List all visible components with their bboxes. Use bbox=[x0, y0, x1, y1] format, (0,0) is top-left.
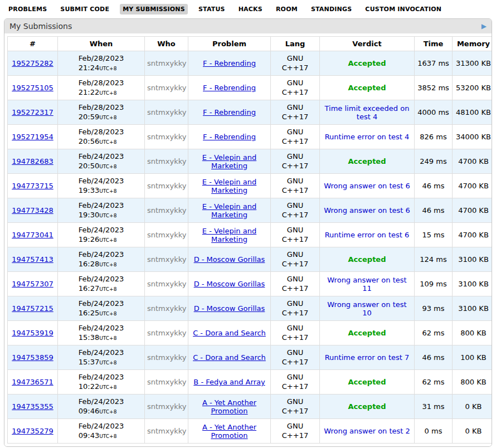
cell-time: 15 ms bbox=[415, 223, 453, 247]
cell-verdict: Accepted bbox=[320, 321, 415, 345]
problem-link[interactable]: C - Dora and Search bbox=[193, 353, 266, 362]
submission-id-link[interactable]: 194782683 bbox=[12, 157, 53, 165]
cell-who: sntmxykky bbox=[145, 419, 188, 444]
submission-id-link[interactable]: 194735279 bbox=[12, 427, 53, 435]
cell-time: 249 ms bbox=[415, 149, 453, 174]
nav-item-custom-invocation[interactable]: CUSTOM INVOCATION bbox=[362, 4, 444, 14]
submission-id-link[interactable]: 194773715 bbox=[12, 182, 53, 190]
nav-item-standings[interactable]: STANDINGS bbox=[308, 4, 354, 14]
cell-time: 3852 ms bbox=[415, 76, 453, 100]
nav-item-my-submissions[interactable]: MY SUBMISSIONS bbox=[120, 4, 188, 14]
cell-memory: 3100 KB bbox=[453, 296, 493, 321]
submission-id-link[interactable]: 195271954 bbox=[12, 133, 53, 141]
cell-when: Feb/28/202321:24UTC+8 bbox=[58, 51, 145, 76]
submission-id-link[interactable]: 194773041 bbox=[12, 231, 53, 239]
problem-link[interactable]: D - Moscow Gorillas bbox=[194, 255, 265, 264]
collapse-arrow-icon[interactable]: ▶ bbox=[482, 23, 487, 30]
when-text: Feb/24/202319:30UTC+8 bbox=[79, 201, 124, 220]
cell-time: 62 ms bbox=[415, 321, 453, 345]
problem-link[interactable]: E - Velepin and Marketing bbox=[202, 178, 256, 194]
nav-item-status[interactable]: STATUS bbox=[196, 4, 228, 14]
submission-time: 19:33UTC+8 bbox=[79, 186, 124, 195]
problem-link[interactable]: F - Rebrending bbox=[203, 108, 256, 116]
cell-time: 62 ms bbox=[415, 370, 453, 395]
when-text: Feb/28/202321:22UTC+8 bbox=[79, 79, 124, 97]
cell-memory: 4700 KB bbox=[453, 174, 493, 198]
cell-lang: GNU C++17 bbox=[271, 125, 320, 149]
cell-lang: GNU C++17 bbox=[271, 370, 320, 395]
submission-date: Feb/24/2023 bbox=[79, 177, 124, 186]
cell-submission-id: 194757215 bbox=[8, 296, 58, 321]
problem-link[interactable]: C - Dora and Search bbox=[193, 329, 266, 337]
submission-id-link[interactable]: 195275105 bbox=[12, 84, 53, 92]
cell-verdict: Wrong answer on test 11 bbox=[320, 272, 415, 296]
submission-id-link[interactable]: 194753919 bbox=[12, 329, 53, 337]
submission-id-link[interactable]: 194757215 bbox=[12, 304, 53, 313]
problem-link[interactable]: D - Moscow Gorillas bbox=[194, 304, 265, 313]
problem-link[interactable]: E - Velepin and Marketing bbox=[202, 202, 256, 219]
submission-time: 19:30UTC+8 bbox=[79, 211, 124, 220]
nav-item-problems[interactable]: PROBLEMS bbox=[6, 4, 50, 14]
nav-item-submit-code[interactable]: SUBMIT CODE bbox=[57, 4, 112, 14]
cell-who: sntmxykky bbox=[145, 370, 188, 395]
language-label: GNU C++17 bbox=[281, 348, 309, 367]
problem-link[interactable]: A - Yet Another Promotion bbox=[202, 423, 256, 440]
problem-link[interactable]: E - Velepin and Marketing bbox=[202, 227, 256, 244]
submission-date: Feb/28/2023 bbox=[79, 128, 124, 137]
cell-time: 124 ms bbox=[415, 247, 453, 272]
cell-verdict: Accepted bbox=[320, 370, 415, 395]
submission-id-link[interactable]: 194736571 bbox=[12, 378, 53, 386]
submission-id-link[interactable]: 194757307 bbox=[12, 280, 53, 288]
problem-link[interactable]: B - Fedya and Array bbox=[193, 378, 265, 386]
submission-id-link[interactable]: 195275282 bbox=[12, 59, 53, 67]
cell-submission-id: 194773715 bbox=[8, 174, 58, 198]
cell-memory: 0 KB bbox=[453, 419, 493, 444]
submission-id-link[interactable]: 194753859 bbox=[12, 353, 53, 362]
cell-who: sntmxykky bbox=[145, 395, 188, 419]
problem-link[interactable]: F - Rebrending bbox=[203, 133, 256, 141]
problem-link[interactable]: F - Rebrending bbox=[203, 84, 256, 92]
column-header-time: Time bbox=[415, 37, 453, 51]
submission-date: Feb/24/2023 bbox=[79, 275, 124, 284]
cell-memory: 31300 KB bbox=[453, 51, 493, 76]
nav-item-hacks[interactable]: HACKS bbox=[236, 4, 265, 14]
submission-row: 195272317Feb/28/202320:59UTC+8sntmxykkyF… bbox=[8, 100, 493, 125]
problem-link[interactable]: A - Yet Another Promotion bbox=[202, 398, 256, 415]
submission-time: 20:50UTC+8 bbox=[79, 162, 124, 171]
submission-time: 21:24UTC+8 bbox=[79, 64, 124, 72]
nav-item-room[interactable]: ROOM bbox=[273, 4, 300, 14]
when-text: Feb/24/202320:50UTC+8 bbox=[79, 152, 124, 171]
cell-time: 93 ms bbox=[415, 296, 453, 321]
submission-id-link[interactable]: 195272317 bbox=[12, 108, 53, 116]
cell-problem: E - Velepin and Marketing bbox=[188, 223, 271, 247]
cell-verdict: Wrong answer on test 10 bbox=[320, 296, 415, 321]
cell-who: sntmxykky bbox=[145, 149, 188, 174]
submission-id-link[interactable]: 194735355 bbox=[12, 402, 53, 411]
submission-time: 15:37UTC+8 bbox=[79, 358, 124, 367]
submission-row: 194773041Feb/24/202319:26UTC+8sntmxykkyE… bbox=[8, 223, 493, 247]
timezone-label: UTC+8 bbox=[99, 164, 116, 169]
problem-link[interactable]: D - Moscow Gorillas bbox=[194, 280, 265, 288]
submission-date: Feb/24/2023 bbox=[79, 201, 124, 210]
submission-time: 10:22UTC+8 bbox=[79, 382, 124, 391]
problem-link[interactable]: F - Rebrending bbox=[203, 59, 256, 67]
problem-link[interactable]: E - Velepin and Marketing bbox=[202, 153, 256, 170]
cell-lang: GNU C++17 bbox=[271, 223, 320, 247]
cell-problem: C - Dora and Search bbox=[188, 345, 271, 370]
cell-when: Feb/28/202321:22UTC+8 bbox=[58, 76, 145, 100]
language-label: GNU C++17 bbox=[281, 177, 309, 196]
submission-id-link[interactable]: 194757413 bbox=[12, 255, 53, 264]
submission-row: 194773428Feb/24/202319:30UTC+8sntmxykkyE… bbox=[8, 198, 493, 223]
cell-submission-id: 194757307 bbox=[8, 272, 58, 296]
submission-id-link[interactable]: 194773428 bbox=[12, 206, 53, 215]
language-label: GNU C++17 bbox=[281, 397, 309, 416]
submission-row: 195275282Feb/28/202321:24UTC+8sntmxykkyF… bbox=[8, 51, 493, 76]
verdict-label: Runtime error on test 6 bbox=[325, 231, 410, 239]
cell-who: sntmxykky bbox=[145, 174, 188, 198]
cell-lang: GNU C++17 bbox=[271, 51, 320, 76]
when-text: Feb/24/202309:46UTC+8 bbox=[79, 397, 124, 416]
column-header-when: When bbox=[58, 37, 145, 51]
cell-problem: D - Moscow Gorillas bbox=[188, 272, 271, 296]
timezone-label: UTC+8 bbox=[99, 409, 116, 415]
cell-who: sntmxykky bbox=[145, 223, 188, 247]
